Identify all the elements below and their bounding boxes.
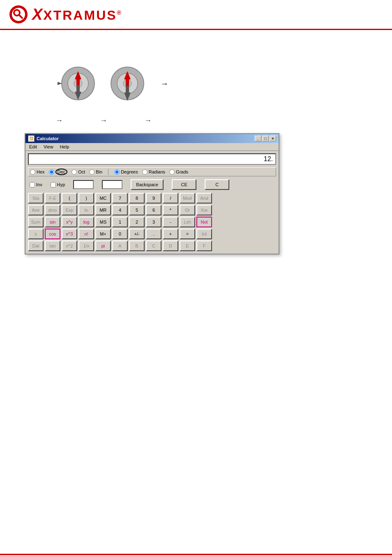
btn-mr[interactable]: MR: [95, 205, 111, 215]
btn-pi[interactable]: pi: [95, 240, 111, 251]
menu-help[interactable]: Help: [59, 144, 71, 150]
btn-cos[interactable]: cos: [45, 229, 60, 239]
btn-8[interactable]: 8: [129, 193, 145, 204]
logo-text: XXTRAMUS®: [32, 6, 122, 23]
btn-1[interactable]: 1: [112, 217, 128, 227]
btn-ave[interactable]: Ave: [28, 205, 44, 215]
radio-degrees[interactable]: Degrees: [114, 169, 138, 175]
calc-row-3: Sum sin x^y log MS 1 2 3 - Lsh Not: [28, 217, 276, 227]
c-button[interactable]: C: [205, 179, 229, 190]
svg-rect-18: [126, 79, 129, 86]
btn-plus[interactable]: +: [163, 229, 178, 239]
svg-rect-9: [76, 79, 80, 86]
btn-or[interactable]: Or: [180, 205, 195, 215]
check-hyp[interactable]: Hyp: [51, 182, 65, 187]
btn-mc[interactable]: MC: [95, 193, 111, 204]
input-box-1[interactable]: [73, 180, 94, 189]
btn-tan[interactable]: tan: [45, 240, 60, 251]
svg-rect-20: [126, 86, 129, 92]
btn-xpowy[interactable]: x^y: [62, 217, 77, 227]
input-box-2[interactable]: [102, 180, 122, 189]
btn-exp[interactable]: Exp: [62, 205, 77, 215]
arrow-2: →: [100, 116, 107, 125]
btn-plusminus[interactable]: +/-: [129, 229, 145, 239]
radio-hex[interactable]: Hex: [30, 169, 45, 175]
btn-c[interactable]: C: [146, 240, 161, 251]
btn-3[interactable]: 3: [146, 217, 161, 227]
btn-ln[interactable]: ln: [78, 205, 94, 215]
radio-dec[interactable]: Dec: [49, 169, 68, 175]
btn-minus[interactable]: -: [163, 217, 178, 227]
radio-bin[interactable]: Bin: [89, 169, 102, 175]
btn-divide[interactable]: /: [163, 193, 178, 204]
radio-oct[interactable]: Oct: [71, 169, 85, 175]
btn-sum[interactable]: Sum: [28, 217, 44, 227]
calc-row-1: Sta F-E ( ) MC 7 8 9 / Mod And: [28, 193, 276, 204]
calc-titlebar: 🧮 Calculator _ □ ×: [25, 134, 279, 143]
menu-edit[interactable]: Edit: [28, 144, 38, 150]
btn-not[interactable]: Not: [196, 217, 212, 227]
btn-d[interactable]: D: [163, 240, 178, 251]
btn-log[interactable]: log: [78, 217, 94, 227]
calc-display: 12.: [28, 153, 276, 165]
btn-nfact[interactable]: n!: [78, 229, 94, 239]
btn-9[interactable]: 9: [146, 193, 161, 204]
btn-e[interactable]: E: [180, 240, 195, 251]
btn-dot[interactable]: .: [146, 229, 161, 239]
btn-fe[interactable]: F-E: [45, 193, 60, 204]
calculator-window: 🧮 Calculator _ □ × Edit View Help: [25, 133, 279, 254]
btn-xor[interactable]: Xor: [196, 205, 212, 215]
diagram-area: →: [58, 59, 376, 108]
btn-lsh[interactable]: Lsh: [180, 217, 195, 227]
svg-point-3: [15, 11, 19, 15]
radio-radians[interactable]: Radians: [142, 169, 165, 175]
btn-6[interactable]: 6: [146, 205, 161, 215]
btn-and[interactable]: And: [196, 193, 212, 204]
calc-row-5: Dat tan x^2 1/x pi A B C D E F: [28, 240, 276, 251]
close-button[interactable]: ×: [270, 136, 276, 141]
btn-open-paren[interactable]: (: [62, 193, 77, 204]
btn-7[interactable]: 7: [112, 193, 128, 204]
btn-equals[interactable]: =: [180, 229, 195, 239]
ce-button[interactable]: CE: [172, 179, 196, 190]
btn-a[interactable]: A: [112, 240, 128, 251]
calc-title-buttons: _ □ ×: [255, 136, 276, 141]
btn-xpow2[interactable]: x^2: [62, 240, 77, 251]
diagram-arrow: →: [160, 79, 168, 88]
main-content: → → → → 🧮 Calculator _ □ ×: [0, 30, 392, 275]
menu-view[interactable]: View: [42, 144, 55, 150]
btn-0[interactable]: 0: [112, 229, 128, 239]
btn-5[interactable]: 5: [129, 205, 145, 215]
arrow-1: →: [55, 116, 63, 125]
calc-row-4: s cos x^3 n! M+ 0 +/- . + = Int: [28, 229, 276, 239]
minimize-button[interactable]: _: [255, 136, 261, 141]
calc-title-left: 🧮 Calculator: [28, 135, 59, 142]
radio-grads[interactable]: Grads: [169, 169, 188, 175]
arrow-3: →: [144, 116, 152, 125]
btn-recip[interactable]: 1/x: [78, 240, 94, 251]
calculator-section: 🧮 Calculator _ □ × Edit View Help: [25, 133, 376, 254]
logo-x: X: [32, 6, 43, 23]
btn-4[interactable]: 4: [112, 205, 128, 215]
maximize-button[interactable]: □: [262, 136, 269, 141]
btn-2[interactable]: 2: [129, 217, 145, 227]
btn-sin[interactable]: sin: [45, 217, 60, 227]
btn-b[interactable]: B: [129, 240, 145, 251]
btn-dat[interactable]: Dat: [28, 240, 44, 251]
btn-xpow3[interactable]: x^3: [62, 229, 77, 239]
btn-sta[interactable]: Sta: [28, 193, 44, 204]
btn-mod[interactable]: Mod: [180, 193, 195, 204]
svg-rect-11: [76, 85, 80, 92]
text-row-arrows: → → →: [29, 116, 376, 125]
check-inv[interactable]: Inv: [30, 182, 42, 187]
logo-icon: [8, 4, 29, 25]
btn-close-paren[interactable]: ): [78, 193, 94, 204]
btn-ms[interactable]: MS: [95, 217, 111, 227]
btn-int[interactable]: Int: [196, 229, 212, 239]
btn-dms[interactable]: dms: [45, 205, 60, 215]
btn-s[interactable]: s: [28, 229, 44, 239]
btn-multiply[interactable]: *: [163, 205, 178, 215]
btn-mplus[interactable]: M+: [95, 229, 111, 239]
backspace-button[interactable]: Backspace: [131, 179, 164, 190]
btn-f[interactable]: F: [196, 240, 212, 251]
